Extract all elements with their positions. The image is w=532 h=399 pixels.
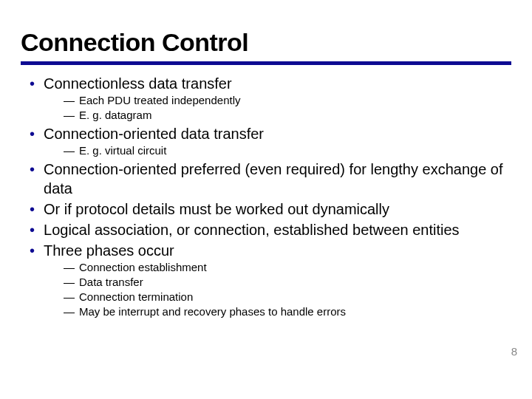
- bullet-icon: •: [30, 124, 35, 143]
- list-item: • Logical association, or connection, es…: [21, 220, 511, 239]
- list-item: • Or if protocol details must be worked …: [21, 200, 511, 219]
- list-item-label: Each PDU treated independently: [79, 93, 240, 108]
- slide: Connection Control • Connectionless data…: [0, 0, 532, 319]
- dash-icon: —: [64, 290, 75, 304]
- list-item: • Connection-oriented data transfer: [21, 124, 511, 143]
- list-item-label: E. g. datagram: [79, 108, 151, 123]
- list-item-label: Connection establishment: [79, 260, 207, 275]
- list-item: • Three phases occur: [21, 241, 511, 260]
- list-item: — Connection termination: [21, 290, 511, 304]
- list-item-label: Three phases occur: [44, 241, 174, 260]
- bullet-icon: •: [30, 241, 35, 260]
- list-item-label: Connectionless data transfer: [44, 74, 232, 93]
- list-item-label: Connection-oriented preferred (even requ…: [44, 160, 511, 198]
- list-item: — E. g. datagram: [21, 108, 511, 123]
- dash-icon: —: [64, 304, 75, 319]
- page-title: Connection Control: [21, 28, 511, 65]
- list-item: — May be interrupt and recovery phases t…: [21, 304, 511, 319]
- list-item: — Data transfer: [21, 275, 511, 290]
- list-item-label: Connection termination: [79, 290, 193, 304]
- dash-icon: —: [64, 143, 75, 158]
- bullet-icon: •: [30, 220, 35, 239]
- dash-icon: —: [64, 275, 75, 290]
- list-item-label: May be interrupt and recovery phases to …: [79, 304, 346, 319]
- list-item-label: Logical association, or connection, esta…: [44, 220, 460, 239]
- page-number: 8: [511, 345, 517, 358]
- list-item: — Connection establishment: [21, 260, 511, 275]
- list-item-label: Or if protocol details must be worked ou…: [44, 200, 389, 219]
- bullet-icon: •: [30, 160, 35, 179]
- list-item: — Each PDU treated independently: [21, 93, 511, 108]
- slide-body: • Connectionless data transfer — Each PD…: [21, 74, 511, 319]
- list-item: • Connectionless data transfer: [21, 74, 511, 93]
- dash-icon: —: [64, 93, 75, 108]
- list-item: • Connection-oriented preferred (even re…: [21, 160, 511, 198]
- list-item: — E. g. virtual circuit: [21, 143, 511, 158]
- list-item-label: Connection-oriented data transfer: [44, 124, 264, 143]
- dash-icon: —: [64, 108, 75, 123]
- list-item-label: E. g. virtual circuit: [79, 143, 166, 158]
- dash-icon: —: [64, 260, 75, 275]
- list-item-label: Data transfer: [79, 275, 143, 290]
- bullet-icon: •: [30, 74, 35, 93]
- bullet-icon: •: [30, 200, 35, 219]
